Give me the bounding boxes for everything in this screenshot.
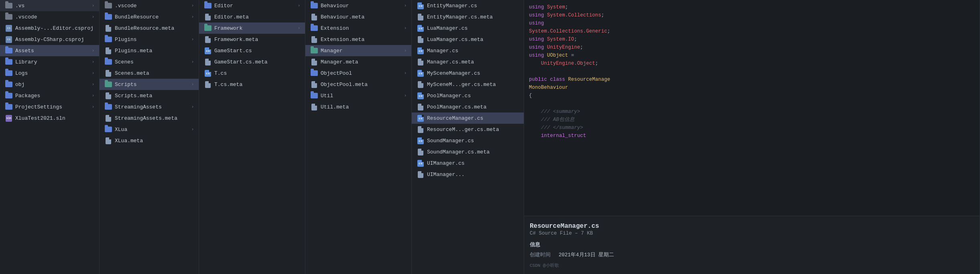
cs-icon: cs xyxy=(417,115,425,122)
file-item[interactable]: csAssembly-...Editor.csproj xyxy=(0,22,99,34)
file-item[interactable]: LuaManager.cs.meta xyxy=(412,34,524,45)
file-name: Plugins.meta xyxy=(115,48,195,54)
info-panel: ResourceManager.cs C# Source File – 7 KB… xyxy=(524,216,980,274)
folder-icon xyxy=(310,92,318,99)
file-item[interactable]: Extension› xyxy=(305,22,411,34)
file-icon xyxy=(310,13,318,20)
file-name: StreamingAssets.meta xyxy=(115,115,195,121)
file-item[interactable]: Scenes› xyxy=(100,56,199,67)
file-item[interactable]: ObjectPool.meta xyxy=(305,79,411,90)
file-item[interactable]: csLuaManager.cs xyxy=(412,22,524,34)
file-item[interactable]: Editor.meta xyxy=(199,11,305,22)
file-item[interactable]: MySceneM...ger.cs.meta xyxy=(412,79,524,90)
file-name: obj xyxy=(15,82,90,88)
file-name: EntityManager.cs xyxy=(427,3,520,9)
file-item[interactable]: Assets› xyxy=(0,45,99,56)
file-item[interactable]: Behaviour› xyxy=(305,0,411,11)
info-created-value: 2021年4月13日 星期二 xyxy=(559,252,614,258)
file-item[interactable]: obj› xyxy=(0,79,99,90)
file-name: .vscode xyxy=(115,3,190,9)
file-item[interactable]: PoolManager.cs.meta xyxy=(412,101,524,112)
file-item[interactable]: Editor› xyxy=(199,0,305,11)
column-5: csEntityManager.csEntityManager.cs.metac… xyxy=(412,0,524,274)
file-item[interactable]: SoundManager.cs.meta xyxy=(412,146,524,157)
file-item[interactable]: Plugins.meta xyxy=(100,45,199,56)
file-item[interactable]: BundleResource› xyxy=(100,11,199,22)
file-icon xyxy=(204,58,212,65)
file-item[interactable]: ProjectSettings› xyxy=(0,101,99,112)
file-name: Assets xyxy=(15,48,90,54)
file-item[interactable]: Manager› xyxy=(305,45,411,56)
folder-icon xyxy=(5,92,13,99)
file-item[interactable]: Extension.meta xyxy=(305,34,411,45)
chevron-right-icon: › xyxy=(90,48,96,53)
folder-icon xyxy=(310,25,318,32)
file-item[interactable]: UIManager... xyxy=(412,169,524,180)
file-item[interactable]: .vs› xyxy=(0,0,99,11)
file-item[interactable]: Scripts.meta xyxy=(100,90,199,101)
column-4: Behaviour›Behaviour.metaExtension›Extens… xyxy=(305,0,412,274)
file-item[interactable]: Util› xyxy=(305,90,411,101)
file-item[interactable]: XLua.meta xyxy=(100,135,199,146)
file-item[interactable]: EntityManager.cs.meta xyxy=(412,11,524,22)
folder-icon xyxy=(5,81,13,88)
file-item[interactable]: XLua› xyxy=(100,124,199,135)
file-item[interactable]: Framework› xyxy=(199,22,305,34)
file-item[interactable]: csT.cs xyxy=(199,67,305,79)
file-name: ObjectPool.meta xyxy=(321,82,408,88)
file-item[interactable]: GameStart.cs.meta xyxy=(199,56,305,67)
folder-icon xyxy=(5,2,13,9)
file-item[interactable]: csEntityManager.cs xyxy=(412,0,524,11)
file-item[interactable]: Framework.meta xyxy=(199,34,305,45)
file-item[interactable]: Logs› xyxy=(0,67,99,79)
chevron-right-icon: › xyxy=(403,48,408,53)
file-name: Scripts.meta xyxy=(115,93,195,99)
cs-icon: cs xyxy=(417,137,425,144)
file-item[interactable]: ResourceM...ger.cs.meta xyxy=(412,124,524,135)
chevron-right-icon: › xyxy=(190,3,195,8)
file-item[interactable]: .vscode› xyxy=(100,0,199,11)
file-item[interactable]: csManager.cs xyxy=(412,45,524,56)
file-item[interactable]: ObjectPool› xyxy=(305,67,411,79)
chevron-right-icon: › xyxy=(403,70,408,76)
file-item[interactable]: csGameStart.cs xyxy=(199,45,305,56)
file-item[interactable]: csResourceManager.cs xyxy=(412,112,524,124)
chevron-right-icon: › xyxy=(90,3,96,8)
file-name: Plugins xyxy=(115,37,190,43)
file-item[interactable]: Manager.meta xyxy=(305,56,411,67)
column-2: .vscode›BundleResource›BundleResource.me… xyxy=(100,0,199,274)
file-item[interactable]: csUIManager.cs xyxy=(412,157,524,169)
file-name: UIManager.cs xyxy=(427,160,520,166)
file-item[interactable]: Plugins› xyxy=(100,34,199,45)
file-item[interactable]: slnXluaTest2021.sln xyxy=(0,112,99,124)
chevron-right-icon: › xyxy=(403,25,408,31)
folder-icon xyxy=(5,70,13,77)
file-item[interactable]: T.cs.meta xyxy=(199,79,305,90)
file-item[interactable]: Scripts› xyxy=(100,79,199,90)
info-filename: ResourceManager.cs xyxy=(530,223,974,230)
file-item[interactable]: .vscode› xyxy=(0,11,99,22)
code-area[interactable]: using System; using System.Collections; … xyxy=(524,0,980,216)
file-name: ProjectSettings xyxy=(15,104,90,110)
file-icon xyxy=(310,103,318,110)
file-item[interactable]: Scenes.meta xyxy=(100,67,199,79)
file-item[interactable]: Manager.cs.meta xyxy=(412,56,524,67)
file-item[interactable]: Library› xyxy=(0,56,99,67)
file-item[interactable]: StreamingAssets› xyxy=(100,101,199,112)
file-name: Assembly-...Editor.csproj xyxy=(15,25,96,31)
cs-icon: cs xyxy=(204,47,212,54)
cs-icon: cs xyxy=(417,25,425,32)
file-item[interactable]: Packages› xyxy=(0,90,99,101)
file-icon xyxy=(104,115,112,122)
file-item[interactable]: csMySceneManager.cs xyxy=(412,67,524,79)
file-item[interactable]: csPoolManager.cs xyxy=(412,90,524,101)
file-item[interactable]: StreamingAssets.meta xyxy=(100,112,199,124)
file-name: GameStart.cs.meta xyxy=(214,59,302,65)
file-name: PoolManager.cs.meta xyxy=(427,104,520,110)
file-item[interactable]: Util.meta xyxy=(305,101,411,112)
file-item[interactable]: BundleResource.meta xyxy=(100,22,199,34)
file-item[interactable]: csAssembly-CSharp.csproj xyxy=(0,34,99,45)
code-panel: using System; using System.Collections; … xyxy=(524,0,980,274)
file-item[interactable]: csSoundManager.cs xyxy=(412,135,524,146)
file-item[interactable]: Behaviour.meta xyxy=(305,11,411,22)
